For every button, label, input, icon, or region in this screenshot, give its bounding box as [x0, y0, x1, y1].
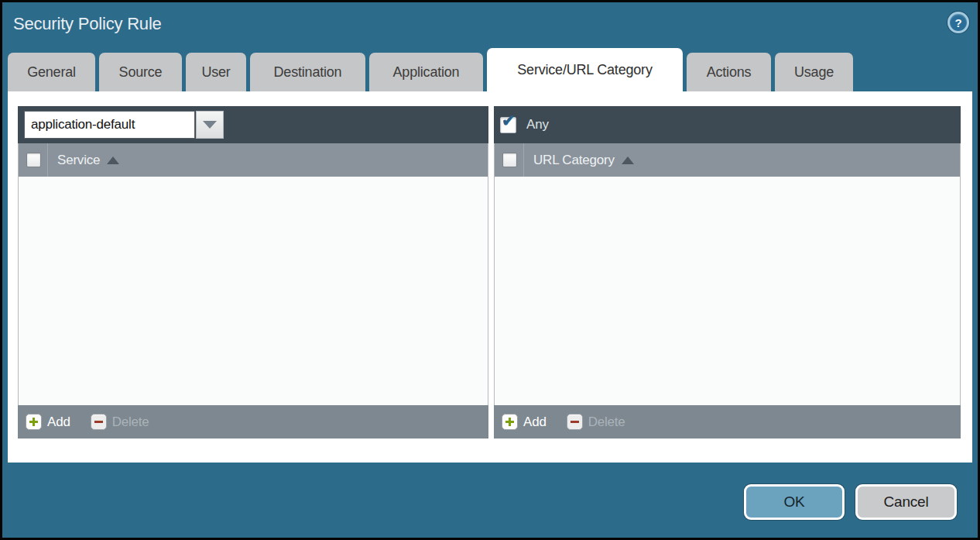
tab-source[interactable]: Source: [99, 53, 182, 91]
url-category-select-all-checkbox[interactable]: [502, 153, 517, 167]
tab-general[interactable]: General: [8, 53, 95, 91]
add-plus-icon: [26, 414, 42, 430]
delete-minus-icon: [91, 414, 107, 430]
tab-strip: General Source User Destination Applicat…: [8, 48, 853, 91]
dialog-title: Security Policy Rule: [13, 14, 162, 34]
service-select-all-cell: [19, 143, 48, 177]
url-category-column-header[interactable]: URL Category: [524, 143, 634, 177]
service-delete-label: Delete: [112, 414, 149, 430]
service-add-button[interactable]: Add: [26, 414, 70, 430]
tab-service-url-category[interactable]: Service/URL Category: [487, 48, 683, 91]
url-category-panel-toolbar: ✔ Any: [494, 106, 961, 143]
url-category-add-button[interactable]: Add: [502, 414, 547, 430]
tab-usage[interactable]: Usage: [775, 53, 853, 91]
url-category-delete-label: Delete: [588, 414, 625, 430]
service-list[interactable]: [18, 177, 488, 405]
url-category-select-all-cell: [495, 143, 524, 177]
service-column-label: Service: [57, 153, 100, 168]
any-label[interactable]: Any: [526, 117, 549, 132]
security-policy-rule-dialog: Security Policy Rule ? General Source Us…: [0, 0, 980, 540]
service-add-label: Add: [47, 414, 70, 430]
sort-ascending-icon: [107, 156, 119, 164]
service-column-header[interactable]: Service: [48, 143, 119, 177]
tab-destination[interactable]: Destination: [250, 53, 365, 91]
delete-minus-icon: [567, 414, 583, 430]
url-category-delete-button[interactable]: Delete: [567, 414, 625, 430]
service-type-input[interactable]: [24, 111, 195, 139]
checkmark-icon: ✔: [502, 112, 515, 129]
service-select-all-checkbox[interactable]: [26, 153, 41, 167]
service-panel: Service Add Delete: [18, 106, 488, 439]
tab-content: Service Add Delete ✔: [8, 91, 972, 463]
help-icon[interactable]: ?: [947, 12, 969, 33]
service-panel-footer: Add Delete: [18, 405, 488, 439]
chevron-down-icon: [203, 121, 217, 129]
url-category-column-label: URL Category: [533, 153, 615, 168]
ok-button[interactable]: OK: [744, 484, 845, 520]
url-category-list[interactable]: [494, 177, 961, 405]
url-category-panel-footer: Add Delete: [494, 405, 961, 439]
service-panel-toolbar: [18, 106, 488, 143]
any-checkbox[interactable]: ✔: [500, 117, 516, 133]
help-glyph: ?: [955, 16, 962, 29]
sort-ascending-icon: [622, 156, 634, 164]
tab-actions[interactable]: Actions: [687, 53, 771, 91]
url-category-column-header-row: URL Category: [494, 143, 961, 177]
tab-application[interactable]: Application: [369, 53, 483, 91]
tab-user[interactable]: User: [186, 53, 246, 91]
service-column-header-row: Service: [18, 143, 488, 177]
add-plus-icon: [502, 414, 518, 430]
service-type-dropdown-button[interactable]: [196, 111, 224, 139]
cancel-button[interactable]: Cancel: [855, 484, 957, 520]
url-category-add-label: Add: [523, 414, 547, 430]
url-category-panel: ✔ Any URL Category Add: [494, 106, 961, 439]
service-delete-button[interactable]: Delete: [91, 414, 149, 430]
